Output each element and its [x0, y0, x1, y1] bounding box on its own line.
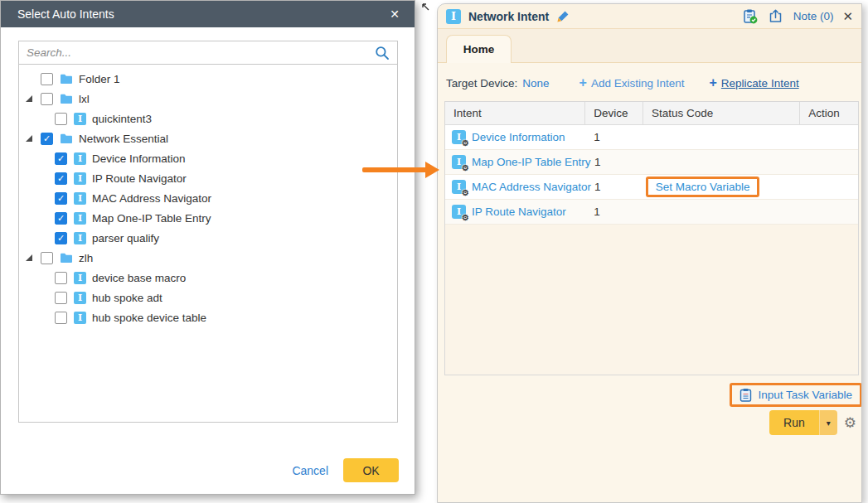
tree-item-label: quickintent3 [92, 113, 152, 125]
expander-spacer [40, 314, 46, 321]
status-code-cell [643, 125, 800, 149]
checkbox[interactable] [55, 312, 67, 324]
input-task-variable-label: Input Task Variable [758, 389, 852, 401]
checkbox[interactable] [41, 93, 53, 105]
checkbox[interactable] [55, 113, 67, 125]
tab-home[interactable]: Home [446, 35, 512, 63]
intent-link[interactable]: IP Route Navigator [472, 206, 566, 218]
run-row: Run ▾ ⚙ [769, 410, 856, 435]
tree-item[interactable]: lxl [19, 89, 397, 109]
checkbox[interactable] [41, 252, 53, 264]
expander-spacer [40, 215, 46, 221]
intent-link[interactable]: Map One-IP Table Entry [472, 156, 591, 168]
intent-cell: I⚙Map One-IP Table Entry [445, 150, 586, 174]
checkbox[interactable]: ✓ [55, 212, 67, 225]
collapse-handle-icon[interactable] [420, 2, 430, 12]
tree-item[interactable]: Idevice base macro [19, 268, 397, 288]
add-existing-intent-button[interactable]: + Add Existing Intent [579, 75, 685, 90]
network-intent-panel: I Network Intent Note (0) ✕ [437, 3, 862, 503]
checkbox[interactable] [41, 73, 53, 85]
flow-arrow [362, 162, 439, 178]
expander-icon[interactable] [26, 254, 32, 261]
cancel-button[interactable]: Cancel [292, 464, 328, 477]
ok-button[interactable]: OK [343, 458, 399, 482]
close-icon[interactable]: ✕ [386, 6, 403, 22]
tree-item[interactable]: zlh [19, 248, 397, 268]
task-variable-icon [739, 388, 752, 402]
action-cell [800, 200, 858, 224]
status-code-cell [643, 200, 800, 224]
edit-pencil-icon[interactable] [556, 9, 570, 23]
expander-spacer [40, 274, 46, 281]
panel-header: I Network Intent Note (0) ✕ [438, 4, 861, 29]
tree-item[interactable]: ✓IMap One-IP Table Entry [19, 208, 397, 228]
target-device-label: Target Device: [446, 77, 517, 89]
replicate-intent-label: Replicate Intent [721, 77, 799, 89]
intent-icon: I [74, 192, 86, 205]
gear-icon: ⚙ [462, 214, 469, 222]
intent-icon: I [74, 312, 86, 324]
tree-item-label: hub spoke adt [92, 292, 162, 304]
tree-item[interactable]: Ihub spoke device table [19, 307, 397, 327]
tree-item[interactable]: ✓Network Essential [19, 128, 397, 148]
input-task-variable-button[interactable]: Input Task Variable [730, 383, 862, 407]
tree-item[interactable]: ✓IMAC Address Navigator [19, 188, 397, 208]
panel-title: Network Intent [468, 10, 549, 23]
tab-strip: Home [438, 29, 861, 63]
tree-item[interactable]: Folder 1 [19, 69, 397, 89]
folder-icon [60, 252, 73, 264]
note-button[interactable]: Note (0) [793, 10, 834, 22]
checkbox[interactable]: ✓ [41, 133, 53, 145]
checkbox[interactable]: ✓ [55, 192, 67, 205]
device-cell: 1 [586, 175, 644, 199]
tree-item[interactable]: ✓Iparser qualify [19, 228, 397, 248]
tree-item[interactable]: Iquickintent3 [19, 109, 397, 128]
expander-icon[interactable] [26, 95, 32, 102]
checkbox[interactable] [55, 272, 67, 284]
gear-icon: ⚙ [462, 164, 469, 172]
checkbox[interactable]: ✓ [55, 172, 67, 185]
checkbox[interactable] [55, 292, 67, 304]
add-existing-intent-label: Add Existing Intent [591, 77, 685, 89]
close-icon[interactable]: ✕ [842, 9, 853, 24]
tree-item[interactable]: ✓IDevice Information [19, 148, 397, 168]
tree-item[interactable]: ✓IIP Route Navigator [19, 168, 397, 188]
tree-item-label: Map One-IP Table Entry [92, 212, 211, 225]
settings-gear-icon[interactable]: ⚙ [844, 416, 856, 430]
target-device-value[interactable]: None [522, 77, 549, 89]
intent-link[interactable]: MAC Address Navigator [472, 181, 591, 193]
export-icon[interactable] [768, 8, 783, 24]
run-button[interactable]: Run ▾ [769, 410, 837, 435]
column-header: Status Code [643, 102, 800, 124]
intent-gear-icon: I⚙ [452, 130, 466, 144]
run-dropdown-caret-icon[interactable]: ▾ [819, 410, 837, 435]
gear-icon: ⚙ [462, 189, 469, 197]
intent-link[interactable]: Device Information [472, 131, 565, 143]
device-cell: 1 [586, 150, 644, 174]
intent-table-header: IntentDeviceStatus CodeAction [445, 102, 858, 125]
replicate-intent-button[interactable]: + Replicate Intent [710, 75, 799, 90]
tree-item-label: lxl [79, 93, 90, 105]
set-macro-variable-link[interactable]: Set Macro Variable [646, 177, 760, 197]
intent-table: IntentDeviceStatus CodeAction I⚙Device I… [444, 101, 859, 375]
flow-arrow-head [425, 162, 439, 178]
saved-report-icon[interactable] [742, 8, 758, 24]
intent-icon: I [74, 152, 86, 165]
tree-item-label: Network Essential [79, 133, 168, 145]
dialog-title: Select Auto Intents [17, 7, 386, 21]
tree-item-label: IP Route Navigator [92, 172, 187, 185]
checkbox[interactable]: ✓ [55, 232, 67, 244]
folder-icon [60, 133, 73, 144]
search-input[interactable] [27, 46, 375, 59]
gear-icon: ⚙ [462, 139, 469, 148]
expander-icon[interactable] [26, 135, 32, 142]
checkbox[interactable]: ✓ [55, 152, 67, 165]
run-button-label[interactable]: Run [769, 410, 819, 435]
expander-spacer [40, 195, 46, 201]
intent-cell: I⚙IP Route Navigator [445, 200, 585, 224]
intent-table-body: I⚙Device Information1I⚙Map One-IP Table … [445, 125, 858, 375]
intent-icon: I [74, 172, 86, 185]
tree-item[interactable]: Ihub spoke adt [19, 288, 397, 307]
expander-spacer [26, 75, 32, 82]
search-icon[interactable] [375, 46, 390, 60]
